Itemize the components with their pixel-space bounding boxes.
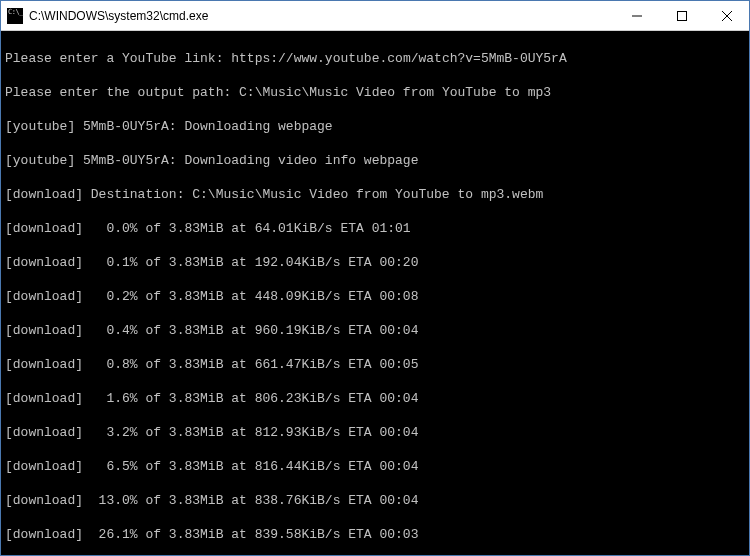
console-line: [download] Destination: C:\Music\Music V… bbox=[5, 186, 745, 203]
minimize-icon bbox=[632, 11, 642, 21]
minimize-button[interactable] bbox=[614, 1, 659, 30]
download-progress-line: [download] 0.4% of 3.83MiB at 960.19KiB/… bbox=[5, 322, 745, 339]
youtube-url: https://www.youtube.com/watch?v=5MmB-0UY… bbox=[231, 51, 566, 66]
maximize-button[interactable] bbox=[659, 1, 704, 30]
console-line: [youtube] 5MmB-0UY5rA: Downloading webpa… bbox=[5, 118, 745, 135]
download-progress-line: [download] 0.0% of 3.83MiB at 64.01KiB/s… bbox=[5, 220, 745, 237]
console-line: Please enter a YouTube link: https://www… bbox=[5, 50, 745, 67]
maximize-icon bbox=[677, 11, 687, 21]
prompt-label: Please enter a YouTube link: bbox=[5, 51, 231, 66]
download-progress-line: [download] 13.0% of 3.83MiB at 838.76KiB… bbox=[5, 492, 745, 509]
download-progress-line: [download] 3.2% of 3.83MiB at 812.93KiB/… bbox=[5, 424, 745, 441]
titlebar[interactable]: C:\WINDOWS\system32\cmd.exe bbox=[1, 1, 749, 31]
console-line: [youtube] 5MmB-0UY5rA: Downloading video… bbox=[5, 152, 745, 169]
download-progress-line: [download] 0.8% of 3.83MiB at 661.47KiB/… bbox=[5, 356, 745, 373]
cmd-window: C:\WINDOWS\system32\cmd.exe Please enter… bbox=[0, 0, 750, 556]
prompt-label: Please enter the output path: bbox=[5, 85, 239, 100]
download-progress-line: [download] 0.2% of 3.83MiB at 448.09KiB/… bbox=[5, 288, 745, 305]
console-area[interactable]: Please enter a YouTube link: https://www… bbox=[1, 31, 749, 555]
output-path: C:\Music\Music Video from YouTube to mp3 bbox=[239, 85, 551, 100]
download-progress-line: [download] 1.6% of 3.83MiB at 806.23KiB/… bbox=[5, 390, 745, 407]
cmd-icon bbox=[7, 8, 23, 24]
close-button[interactable] bbox=[704, 1, 749, 30]
window-controls bbox=[614, 1, 749, 30]
download-progress-line: [download] 6.5% of 3.83MiB at 816.44KiB/… bbox=[5, 458, 745, 475]
close-icon bbox=[722, 11, 732, 21]
svg-rect-1 bbox=[677, 11, 686, 20]
console-line: Please enter the output path: C:\Music\M… bbox=[5, 84, 745, 101]
download-progress-line: [download] 26.1% of 3.83MiB at 839.58KiB… bbox=[5, 526, 745, 543]
download-progress-line: [download] 0.1% of 3.83MiB at 192.04KiB/… bbox=[5, 254, 745, 271]
window-title: C:\WINDOWS\system32\cmd.exe bbox=[29, 9, 614, 23]
